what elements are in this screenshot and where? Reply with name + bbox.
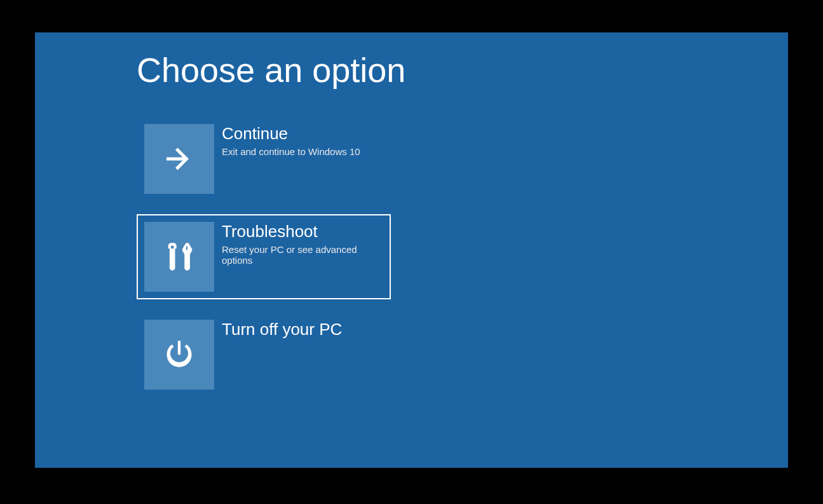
- recovery-screen: Choose an option Continue Exit and conti…: [35, 32, 788, 468]
- option-troubleshoot[interactable]: Troubleshoot Reset your PC or see advanc…: [137, 214, 391, 299]
- tools-icon: [144, 222, 214, 292]
- page-title: Choose an option: [137, 50, 686, 90]
- arrow-right-icon: [144, 124, 214, 194]
- option-continue[interactable]: Continue Exit and continue to Windows 10: [137, 116, 391, 201]
- options-list: Continue Exit and continue to Windows 10…: [137, 116, 686, 397]
- option-turn-off[interactable]: Turn off your PC: [137, 312, 391, 397]
- power-icon: [144, 320, 214, 390]
- option-title: Continue: [222, 124, 360, 144]
- option-description: Reset your PC or see advanced options: [222, 244, 383, 266]
- option-title: Troubleshoot: [222, 222, 383, 242]
- option-text: Continue Exit and continue to Windows 10: [214, 124, 360, 157]
- option-text: Turn off your PC: [214, 320, 342, 342]
- option-title: Turn off your PC: [222, 320, 342, 339]
- option-text: Troubleshoot Reset your PC or see advanc…: [214, 222, 383, 266]
- option-description: Exit and continue to Windows 10: [222, 146, 360, 157]
